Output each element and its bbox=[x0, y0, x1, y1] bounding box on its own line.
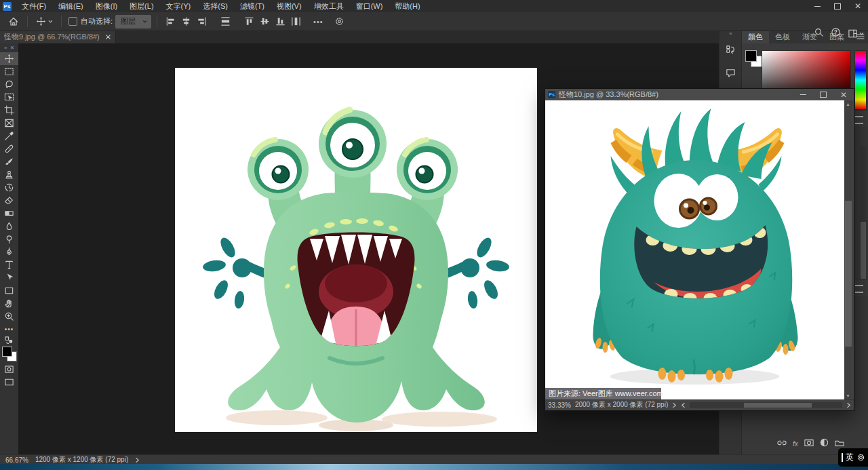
ime-language-label[interactable]: 英 bbox=[846, 452, 854, 463]
floating-zoom-level[interactable]: 33.33% bbox=[548, 402, 571, 409]
floating-window-titlebar[interactable]: Ps 怪物10.jpg @ 33.3%(RGB/8#) ✕ bbox=[545, 89, 854, 100]
floating-close-button[interactable]: ✕ bbox=[833, 89, 854, 100]
align-middle-vertical-icon[interactable] bbox=[257, 16, 273, 26]
type-tool[interactable] bbox=[0, 258, 18, 271]
history-panel-icon[interactable] bbox=[720, 38, 741, 61]
distribute-horizontal-icon[interactable] bbox=[218, 16, 233, 26]
layer-mask-icon[interactable] bbox=[804, 437, 814, 450]
menu-item-plugins[interactable]: 增效工具 bbox=[308, 0, 350, 12]
zoom-tool[interactable] bbox=[0, 310, 18, 323]
monster-illustration-green bbox=[175, 68, 537, 432]
minimize-window-button[interactable] bbox=[807, 0, 827, 12]
history-brush-tool[interactable] bbox=[0, 181, 18, 194]
scroll-right-icon[interactable] bbox=[846, 402, 851, 408]
ime-settings-gear-icon[interactable] bbox=[856, 453, 865, 462]
align-top-icon[interactable] bbox=[241, 16, 257, 26]
scroll-down-icon[interactable]: ▼ bbox=[846, 393, 850, 398]
hue-slider[interactable] bbox=[854, 50, 867, 110]
move-tool-preset-icon[interactable] bbox=[33, 16, 56, 26]
layer-effects-icon[interactable]: fx bbox=[793, 440, 798, 448]
eraser-tool[interactable] bbox=[0, 194, 18, 207]
toolbar-expand-icon[interactable]: » bbox=[4, 45, 7, 51]
edit-toolbar-icon[interactable]: ••• bbox=[0, 323, 18, 336]
document-tab[interactable]: 怪物9.jpg @ 66.7%(RGB/8#) bbox=[0, 31, 116, 43]
floating-horizontal-scrollbar[interactable] bbox=[690, 402, 842, 408]
align-bottom-icon[interactable] bbox=[273, 16, 288, 26]
marquee-tool[interactable] bbox=[0, 65, 18, 78]
floating-vertical-scrollbar[interactable]: ▲ ▼ bbox=[844, 100, 852, 399]
move-tool[interactable] bbox=[0, 52, 18, 65]
screen-mode-icon[interactable] bbox=[0, 376, 18, 389]
maximize-window-button[interactable] bbox=[827, 0, 848, 12]
align-right-icon[interactable] bbox=[194, 16, 210, 26]
pen-tool[interactable] bbox=[0, 246, 18, 258]
quick-mask-icon[interactable] bbox=[0, 363, 18, 376]
workspace-gear-icon[interactable] bbox=[332, 16, 347, 26]
frame-tool[interactable] bbox=[0, 117, 18, 130]
menu-item-window[interactable]: 窗口(W) bbox=[350, 0, 389, 12]
status-expand-icon[interactable] bbox=[135, 457, 140, 463]
healing-brush-tool[interactable] bbox=[0, 142, 18, 155]
auto-select-checkbox[interactable] bbox=[68, 17, 77, 26]
menu-item-view[interactable]: 视图(V) bbox=[271, 0, 308, 12]
foreground-background-colors[interactable] bbox=[1, 347, 18, 363]
monster-illustration-teal bbox=[545, 100, 844, 399]
dodge-tool[interactable] bbox=[0, 233, 18, 246]
gradient-tool[interactable] bbox=[0, 207, 18, 220]
menu-item-help[interactable]: 帮助(H) bbox=[389, 0, 426, 12]
object-selection-tool[interactable] bbox=[0, 91, 18, 104]
brush-tool[interactable] bbox=[0, 155, 18, 168]
tab-color[interactable]: 颜色 bbox=[742, 30, 769, 43]
ime-indicator[interactable]: 英 bbox=[838, 448, 868, 467]
zoom-level[interactable]: 66.67% bbox=[5, 456, 28, 464]
clone-stamp-tool[interactable] bbox=[0, 168, 18, 181]
floating-document-window[interactable]: Ps 怪物10.jpg @ 33.3%(RGB/8#) ✕ bbox=[545, 88, 854, 411]
align-center-horizontal-icon[interactable] bbox=[178, 16, 194, 26]
eyedropper-tool[interactable] bbox=[0, 130, 18, 142]
horizontal-scroll-thumb[interactable] bbox=[744, 403, 812, 408]
home-icon[interactable] bbox=[5, 16, 22, 27]
vertical-scroll-thumb[interactable] bbox=[845, 201, 852, 347]
menu-item-file[interactable]: 文件(F) bbox=[16, 0, 52, 12]
auto-select-layer-dropdown[interactable]: 图层 bbox=[115, 15, 151, 28]
crop-tool[interactable] bbox=[0, 104, 18, 117]
path-selection-tool[interactable] bbox=[0, 271, 18, 284]
text-cursor-icon bbox=[842, 453, 843, 462]
distribute-vertical-icon[interactable] bbox=[288, 16, 304, 26]
watermark-text: 图片来源: Veer图库 www.veer.com bbox=[545, 388, 661, 399]
align-left-icon[interactable] bbox=[163, 16, 178, 26]
search-icon[interactable] bbox=[814, 27, 824, 40]
panel-fg-bg-swatches[interactable] bbox=[745, 50, 763, 68]
tab-swatches[interactable]: 色板 bbox=[769, 30, 796, 43]
menu-item-image[interactable]: 图像(I) bbox=[90, 0, 123, 12]
floating-window-canvas[interactable]: 图片来源: Veer图库 www.veer.com ▲ ▼ bbox=[545, 100, 852, 399]
link-layers-icon[interactable] bbox=[777, 437, 787, 450]
status-expand-icon[interactable] bbox=[672, 402, 677, 408]
properties-panel-menu-icon[interactable] bbox=[855, 116, 863, 124]
help-icon[interactable] bbox=[831, 27, 841, 40]
hand-tool[interactable] bbox=[0, 297, 18, 310]
swap-colors-icon[interactable] bbox=[0, 336, 18, 345]
menu-item-select[interactable]: 选择(S) bbox=[197, 0, 234, 12]
menu-item-type[interactable]: 文字(Y) bbox=[160, 0, 197, 12]
foreground-color-swatch[interactable] bbox=[2, 347, 12, 357]
menu-item-layer[interactable]: 图层(L) bbox=[123, 0, 159, 12]
tab-close-icon[interactable] bbox=[105, 34, 111, 40]
menu-item-edit[interactable]: 编辑(E) bbox=[52, 0, 90, 12]
close-window-button[interactable]: ✕ bbox=[848, 0, 868, 12]
scroll-left-icon[interactable] bbox=[681, 402, 686, 408]
lasso-tool[interactable] bbox=[0, 78, 18, 91]
floating-minimize-button[interactable] bbox=[793, 89, 813, 100]
adjustment-layer-icon[interactable] bbox=[820, 437, 829, 450]
more-options-icon[interactable]: ••• bbox=[311, 18, 326, 26]
floating-document-image[interactable]: 图片来源: Veer图库 www.veer.com bbox=[545, 100, 844, 399]
floating-maximize-button[interactable] bbox=[813, 89, 833, 100]
comments-panel-icon[interactable] bbox=[720, 61, 741, 84]
main-document-image[interactable] bbox=[175, 68, 537, 432]
workspace-switcher-icon[interactable] bbox=[848, 28, 864, 39]
layers-panel-menu-icon[interactable] bbox=[855, 285, 863, 293]
blur-tool[interactable] bbox=[0, 220, 18, 233]
menu-item-filter[interactable]: 滤镜(T) bbox=[234, 0, 271, 12]
scroll-up-icon[interactable]: ▲ bbox=[846, 102, 850, 106]
shape-tool[interactable] bbox=[0, 284, 18, 297]
